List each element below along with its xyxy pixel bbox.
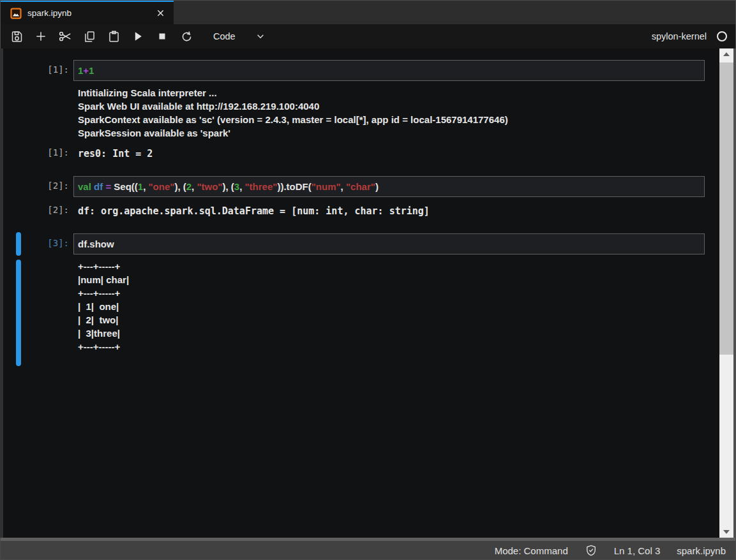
code-token: val	[78, 181, 91, 192]
window-right-edge	[733, 48, 736, 538]
cursor-position[interactable]: Ln 1, Col 3	[614, 545, 661, 556]
trust-shield-icon[interactable]	[585, 544, 597, 557]
paste-icon[interactable]	[106, 28, 121, 45]
code-cell-input[interactable]: 1+1	[73, 60, 705, 81]
tab-spark-ipynb[interactable]: spark.ipynb	[0, 0, 174, 24]
notebook-toolbar: Code spylon-kernel	[0, 24, 736, 48]
cell-3-input-row: [3]:df.show	[0, 233, 736, 254]
cell-3-stream-output: +---+-----+|num| char|+---+-----+| 1| on…	[0, 260, 736, 353]
output-line: | 3|three|	[78, 327, 736, 340]
code-token: "three"	[245, 181, 278, 192]
save-icon[interactable]	[9, 28, 24, 45]
selected-cell-bar[interactable]	[16, 232, 21, 256]
app-window: spark.ipynb	[0, 0, 736, 560]
restart-icon[interactable]	[179, 28, 194, 45]
cell-1-result-output: [1]:res0: Int = 2	[0, 147, 736, 161]
code-token: 2	[186, 181, 192, 192]
cell-list: [1]:1+1Intitializing Scala interpreter .…	[0, 60, 736, 353]
code-token: )	[375, 181, 379, 192]
selected-output-bar[interactable]	[16, 260, 21, 366]
cell-type-dropdown[interactable]: Code	[213, 31, 265, 41]
output-line: SparkContext available as 'sc' (version …	[78, 113, 736, 126]
mode-indicator: Mode: Command	[495, 545, 568, 556]
code-token: ), (	[174, 181, 186, 192]
cell-type-label: Code	[213, 31, 236, 41]
code-token: 1	[89, 65, 94, 76]
output-execution-count: [1]:	[0, 147, 69, 161]
cut-icon[interactable]	[57, 28, 73, 45]
run-icon[interactable]	[130, 28, 146, 45]
output-line: Spark Web UI available at http://192.168…	[78, 99, 736, 113]
code-token: df.show	[78, 239, 114, 249]
code-token: ,	[239, 181, 244, 192]
code-token: df	[94, 181, 103, 192]
copy-icon[interactable]	[82, 28, 97, 45]
code-token: =	[105, 181, 111, 192]
scroll-up-arrow[interactable]	[719, 48, 733, 60]
close-icon[interactable]	[154, 8, 166, 19]
code-token: )).toDF(	[277, 181, 311, 192]
output-line: |num| char|	[78, 273, 736, 286]
tab-title: spark.ipynb	[27, 8, 149, 18]
stop-icon[interactable]	[154, 28, 170, 45]
output-line: +---+-----+	[78, 286, 736, 300]
code-token: ,	[143, 181, 148, 192]
code-token: "char"	[346, 181, 375, 192]
status-bar: Mode: Command Ln 1, Col 3 spark.ipynb	[0, 541, 736, 560]
notebook-area: [1]:1+1Intitializing Scala interpreter .…	[0, 48, 736, 538]
code-token: 3	[234, 181, 239, 192]
output-execution-count: [2]:	[0, 205, 69, 218]
output-line: +---+-----+	[78, 260, 736, 273]
output-line: | 2| two|	[78, 313, 736, 327]
code-cell-input[interactable]: df.show	[73, 233, 705, 254]
kernel-name[interactable]: spylon-kernel	[652, 31, 707, 41]
code-cell-input[interactable]: val df = Seq((1, "one"), (2, "two"), (3,…	[73, 176, 705, 197]
add-cell-icon[interactable]	[33, 28, 49, 45]
scrollbar-thumb[interactable]	[719, 63, 733, 355]
code-token: ,	[341, 181, 346, 192]
code-token: 1	[138, 181, 143, 192]
tab-bar: spark.ipynb	[0, 0, 736, 24]
cell-2-input-row: [2]:val df = Seq((1, "one"), (2, "two"),…	[0, 176, 736, 197]
code-token: Seq((	[111, 181, 138, 192]
output-text: res0: Int = 2	[78, 147, 153, 161]
vertical-scrollbar[interactable]	[719, 48, 733, 538]
code-token: "two"	[197, 181, 222, 192]
output-line: Intitializing Scala interpreter ...	[78, 86, 736, 99]
cell-2-result-output: [2]:df: org.apache.spark.sql.DataFrame =…	[0, 205, 736, 218]
output-line: | 1| one|	[78, 300, 736, 313]
code-token: +	[83, 65, 89, 76]
execution-count: [1]:	[0, 60, 69, 81]
chevron-down-icon	[256, 32, 265, 41]
output-text: df: org.apache.spark.sql.DataFrame = [nu…	[78, 205, 430, 218]
execution-count: [2]:	[0, 176, 69, 197]
output-line: +---+-----+	[78, 340, 736, 353]
cell-1-stream-output: Intitializing Scala interpreter ...Spark…	[0, 86, 736, 140]
notebook-file-icon	[10, 8, 22, 19]
output-line: SparkSession available as 'spark'	[78, 126, 736, 140]
cell-1-input-row: [1]:1+1	[0, 60, 736, 81]
scroll-down-arrow[interactable]	[719, 526, 733, 538]
code-token: ), (	[222, 181, 234, 192]
execution-count: [3]:	[0, 233, 69, 254]
code-token: "one"	[149, 181, 175, 192]
kernel-idle-circle-icon[interactable]	[717, 31, 727, 41]
code-token: "num"	[312, 181, 341, 192]
status-filename: spark.ipynb	[677, 545, 726, 556]
